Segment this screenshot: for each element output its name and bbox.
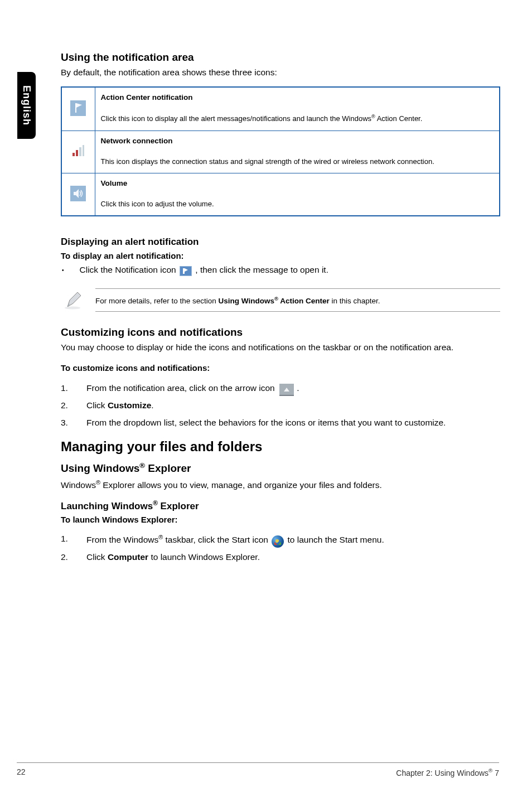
arrow-up-icon	[279, 384, 294, 396]
bullet-dot: •	[61, 267, 64, 273]
heading-managing: Managing your files and folders	[61, 439, 500, 455]
list-item: 2. Click Customize.	[61, 400, 500, 412]
list-item: 1. From the Windows® taskbar, click the …	[61, 533, 500, 546]
steps-customize: 1. From the notification area, click on …	[61, 383, 500, 429]
intro-notification-area: By default, the notification area shows …	[61, 67, 500, 79]
list-item: 1. From the notification area, click on …	[61, 383, 500, 394]
table-row: Action Center notification Click this ic…	[61, 87, 500, 131]
svg-rect-2	[72, 153, 75, 156]
intro-using-explorer: Windows® Explorer allows you to view, ma…	[61, 479, 500, 491]
heading-launching-explorer: Launching Windows® Explorer	[61, 499, 500, 512]
subheading-display-alert: To display an alert notification:	[61, 251, 500, 260]
table-row: Volume Click this icon to adjust the vol…	[61, 173, 500, 216]
svg-rect-5	[83, 145, 84, 156]
svg-rect-0	[70, 100, 86, 116]
page-footer: 22 Chapter 2: Using Windows® 7	[17, 762, 499, 777]
network-icon	[70, 143, 86, 159]
intro-customizing: You may choose to display or hide the ic…	[61, 342, 500, 354]
table-row: Network connection This icon displays th…	[61, 131, 500, 173]
note-text: For more details, refer to the section U…	[95, 288, 500, 312]
svg-point-7	[65, 306, 80, 309]
heading-display-alert: Displaying an alert notification	[61, 236, 500, 248]
start-orb-icon	[272, 535, 284, 548]
notification-flag-icon	[180, 266, 192, 276]
list-item: 2. Click Computer to launch Windows Expl…	[61, 552, 500, 563]
subheading-launch-explorer: To launch Windows Explorer:	[61, 515, 500, 524]
heading-notification-area: Using the notification area	[61, 51, 500, 64]
flag-icon	[70, 100, 86, 116]
page-content: Using the notification area By default, …	[61, 51, 500, 571]
volume-icon-cell	[61, 173, 95, 216]
bullet-click-notification: • Click the Notification icon , then cli…	[61, 265, 500, 275]
list-item: 3. From the dropdown list, select the be…	[61, 417, 500, 429]
action-center-desc: Action Center notification Click this ic…	[95, 87, 500, 131]
subheading-customize: To customize icons and notifications:	[61, 363, 500, 373]
chapter-label: Chapter 2: Using Windows® 7	[396, 767, 499, 777]
language-tab: English	[17, 72, 36, 139]
action-center-icon-cell	[61, 87, 95, 131]
note-box: For more details, refer to the section U…	[64, 288, 500, 312]
network-desc: Network connection This icon displays th…	[95, 131, 500, 173]
pencil-icon	[64, 290, 84, 310]
notification-icons-table: Action Center notification Click this ic…	[61, 86, 500, 216]
heading-customizing: Customizing icons and notifications	[61, 326, 500, 339]
steps-launch-explorer: 1. From the Windows® taskbar, click the …	[61, 533, 500, 563]
volume-icon	[70, 186, 86, 201]
heading-using-explorer: Using Windows® Explorer	[61, 461, 500, 475]
volume-desc: Volume Click this icon to adjust the vol…	[95, 173, 500, 216]
network-icon-cell	[61, 131, 95, 173]
svg-rect-4	[79, 147, 81, 156]
page-number: 22	[17, 767, 26, 777]
svg-rect-3	[76, 150, 78, 156]
